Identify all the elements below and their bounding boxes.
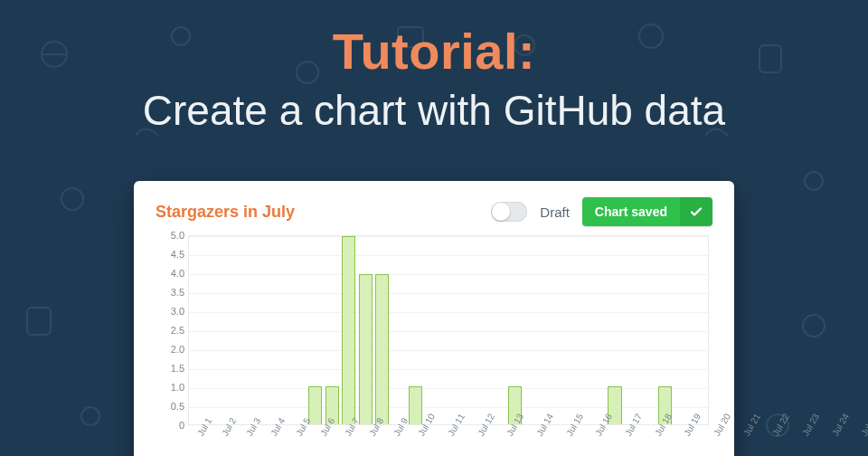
x-tick-label: Jul 15 [557, 425, 587, 456]
x-tick-label: Jul 19 [675, 425, 704, 456]
y-tick-label: 3.5 [161, 287, 184, 298]
x-tick-label: Jul 11 [439, 425, 468, 456]
svg-point-8 [805, 172, 823, 190]
bar-slot [573, 236, 590, 424]
x-tick-label: Jul 12 [468, 425, 498, 456]
bar-slot [423, 236, 439, 424]
bar-slot [540, 236, 556, 424]
y-tick-label: 2.0 [161, 344, 184, 355]
y-tick-label: 3.0 [161, 306, 184, 317]
y-tick-label: 0.5 [161, 401, 184, 412]
bar-slot [274, 236, 290, 424]
bar-slot [656, 236, 673, 424]
bar-slot [341, 236, 357, 424]
svg-point-10 [803, 315, 825, 337]
bar-slot [324, 236, 340, 424]
x-tick-label: Jul 10 [409, 425, 439, 456]
y-tick-label: 4.5 [161, 249, 184, 260]
bar-slot [258, 236, 274, 424]
toggle-knob [492, 203, 510, 221]
x-tick-label: Jul 22 [763, 425, 793, 456]
x-tick-label: Jul 3 [237, 425, 261, 456]
bar-slot [474, 236, 490, 424]
bar-slot [391, 236, 407, 424]
chart-plot [188, 235, 709, 425]
bar-slot [290, 236, 307, 424]
x-tick-label: Jul 24 [823, 425, 853, 456]
x-tick-label: Jul 4 [261, 425, 286, 456]
bar-container [189, 236, 708, 424]
x-tick-label: Jul 7 [335, 425, 360, 456]
x-tick-label: Jul 1 [188, 425, 212, 456]
y-tick-label: 5.0 [161, 230, 184, 241]
bar-slot [490, 236, 506, 424]
bar-slot [690, 236, 706, 424]
card-header: Stargazers in July Draft Chart saved [156, 197, 712, 226]
x-tick-label: Jul 8 [360, 425, 384, 456]
chart-saved-label: Chart saved [582, 197, 680, 226]
bar-slot [673, 236, 689, 424]
page-heading: Tutorial: Create a chart with GitHub dat… [0, 0, 868, 135]
chart-saved-button[interactable]: Chart saved [582, 197, 712, 226]
bar-slot [524, 236, 540, 424]
x-tick-label: Jul 16 [586, 425, 616, 456]
bar-slot [307, 236, 324, 424]
x-tick-label: Jul 2 [212, 425, 237, 456]
x-axis-labels: Jul 1Jul 2Jul 3Jul 4Jul 5Jul 6Jul 7Jul 8… [188, 425, 709, 456]
x-tick-label: Jul 5 [287, 425, 311, 456]
draft-label: Draft [540, 204, 570, 220]
bar-slot [440, 236, 457, 424]
x-tick-label: Jul 23 [793, 425, 823, 456]
bar-slot [640, 236, 656, 424]
y-tick-label: 1.5 [161, 363, 184, 374]
chart-area: 00.51.01.52.02.53.03.54.04.55.0 Jul 1Jul… [161, 235, 712, 456]
bar-slot [623, 236, 639, 424]
x-tick-label: Jul 25 [852, 425, 868, 456]
y-tick-label: 0 [161, 420, 184, 431]
x-tick-label: Jul 21 [734, 425, 764, 456]
svg-rect-9 [27, 308, 51, 335]
bar-slot [557, 236, 573, 424]
svg-point-11 [81, 407, 99, 425]
chart-title: Stargazers in July [156, 203, 478, 222]
bar[interactable] [359, 274, 373, 424]
bar[interactable] [375, 274, 389, 424]
bar[interactable] [409, 386, 422, 424]
heading-subtitle: Create a chart with GitHub data [0, 86, 868, 135]
x-tick-label: Jul 14 [527, 425, 557, 456]
x-tick-label: Jul 9 [384, 425, 409, 456]
x-tick-label: Jul 18 [646, 425, 675, 456]
bar-slot [407, 236, 423, 424]
x-tick-label: Jul 17 [616, 425, 646, 456]
x-tick-label: Jul 6 [311, 425, 335, 456]
bar[interactable] [308, 386, 322, 424]
bar-slot [457, 236, 473, 424]
y-tick-label: 2.5 [161, 325, 184, 336]
bar[interactable] [342, 236, 355, 424]
bar-slot [373, 236, 390, 424]
bar-slot [224, 236, 241, 424]
bar-slot [607, 236, 623, 424]
y-tick-label: 4.0 [161, 268, 184, 279]
chart-card: Stargazers in July Draft Chart saved 00.… [134, 181, 734, 456]
bar-slot [506, 236, 523, 424]
bar-slot [590, 236, 606, 424]
x-tick-label: Jul 13 [497, 425, 527, 456]
bar-slot [357, 236, 373, 424]
bar-slot [191, 236, 207, 424]
bar-slot [241, 236, 257, 424]
x-tick-label: Jul 20 [704, 425, 734, 456]
svg-point-7 [61, 188, 83, 210]
bar-slot [207, 236, 223, 424]
heading-tutorial: Tutorial: [0, 22, 868, 81]
y-tick-label: 1.0 [161, 382, 184, 393]
draft-toggle[interactable] [491, 202, 527, 222]
check-icon [680, 197, 712, 226]
